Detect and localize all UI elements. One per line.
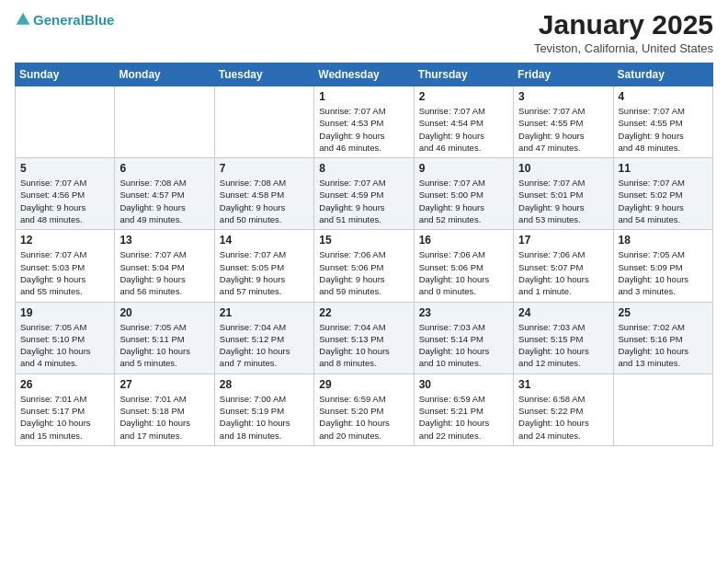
day-info: Sunrise: 7:07 AMSunset: 4:53 PMDaylight:… xyxy=(319,105,408,154)
day-number: 3 xyxy=(518,90,608,103)
day-info: Sunrise: 7:03 AMSunset: 5:14 PMDaylight:… xyxy=(419,321,508,370)
day-cell: 3Sunrise: 7:07 AMSunset: 4:55 PMDaylight… xyxy=(514,86,613,158)
weekday-header-friday: Friday xyxy=(514,63,613,86)
day-number: 8 xyxy=(319,162,408,175)
day-info: Sunrise: 7:07 AMSunset: 4:59 PMDaylight:… xyxy=(319,177,408,225)
day-cell: 15Sunrise: 7:06 AMSunset: 5:06 PMDayligh… xyxy=(314,230,414,302)
day-cell: 18Sunrise: 7:05 AMSunset: 5:09 PMDayligh… xyxy=(613,230,712,302)
day-number: 19 xyxy=(20,306,109,319)
day-number: 23 xyxy=(419,306,508,319)
day-cell: 10Sunrise: 7:07 AMSunset: 5:01 PMDayligh… xyxy=(514,158,613,230)
day-info: Sunrise: 7:05 AMSunset: 5:10 PMDaylight:… xyxy=(20,321,109,370)
week-row-5: 26Sunrise: 7:01 AMSunset: 5:17 PMDayligh… xyxy=(16,373,713,445)
day-number: 6 xyxy=(119,162,209,175)
day-info: Sunrise: 7:07 AMSunset: 4:55 PMDaylight:… xyxy=(518,105,608,154)
logo-text: GeneralBlue xyxy=(33,12,114,28)
day-number: 4 xyxy=(619,90,708,103)
day-cell: 11Sunrise: 7:07 AMSunset: 5:02 PMDayligh… xyxy=(613,158,712,230)
day-cell xyxy=(16,86,115,158)
day-number: 13 xyxy=(119,234,209,247)
day-info: Sunrise: 7:08 AMSunset: 4:57 PMDaylight:… xyxy=(119,177,209,225)
day-info: Sunrise: 7:01 AMSunset: 5:18 PMDaylight:… xyxy=(119,393,209,442)
day-cell xyxy=(214,86,313,158)
day-number: 29 xyxy=(319,378,408,391)
weekday-header-saturday: Saturday xyxy=(613,63,712,86)
day-number: 31 xyxy=(518,378,608,391)
day-cell: 29Sunrise: 6:59 AMSunset: 5:20 PMDayligh… xyxy=(314,373,414,445)
day-cell: 16Sunrise: 7:06 AMSunset: 5:06 PMDayligh… xyxy=(414,230,513,302)
day-number: 2 xyxy=(419,90,508,103)
day-cell: 20Sunrise: 7:05 AMSunset: 5:11 PMDayligh… xyxy=(115,302,214,373)
day-cell: 21Sunrise: 7:04 AMSunset: 5:12 PMDayligh… xyxy=(214,302,313,373)
day-cell: 1Sunrise: 7:07 AMSunset: 4:53 PMDaylight… xyxy=(314,86,414,158)
title-block: January 2025 Teviston, California, Unite… xyxy=(534,9,713,55)
day-cell: 28Sunrise: 7:00 AMSunset: 5:19 PMDayligh… xyxy=(214,373,313,445)
logo-icon xyxy=(15,11,31,28)
day-number: 21 xyxy=(220,306,309,319)
day-number: 5 xyxy=(20,162,109,175)
week-row-4: 19Sunrise: 7:05 AMSunset: 5:10 PMDayligh… xyxy=(16,302,713,373)
week-row-1: 1Sunrise: 7:07 AMSunset: 4:53 PMDaylight… xyxy=(16,86,713,158)
day-info: Sunrise: 7:07 AMSunset: 4:55 PMDaylight:… xyxy=(619,105,708,154)
calendar-title: January 2025 xyxy=(534,9,713,40)
day-info: Sunrise: 7:00 AMSunset: 5:19 PMDaylight:… xyxy=(220,393,309,442)
day-info: Sunrise: 7:04 AMSunset: 5:12 PMDaylight:… xyxy=(220,321,309,370)
day-info: Sunrise: 7:05 AMSunset: 5:11 PMDaylight:… xyxy=(119,321,209,370)
calendar-subtitle: Teviston, California, United States xyxy=(534,41,713,55)
day-info: Sunrise: 7:05 AMSunset: 5:09 PMDaylight:… xyxy=(619,248,708,297)
svg-marker-0 xyxy=(17,13,30,25)
day-info: Sunrise: 7:07 AMSunset: 5:04 PMDaylight:… xyxy=(119,248,209,297)
day-cell: 31Sunrise: 6:58 AMSunset: 5:22 PMDayligh… xyxy=(514,373,613,445)
logo-line1: General xyxy=(33,12,85,28)
day-number: 24 xyxy=(518,306,608,319)
day-cell: 12Sunrise: 7:07 AMSunset: 5:03 PMDayligh… xyxy=(16,230,115,302)
day-number: 27 xyxy=(119,378,209,391)
day-cell xyxy=(613,373,712,445)
day-info: Sunrise: 6:58 AMSunset: 5:22 PMDaylight:… xyxy=(518,393,608,442)
day-cell: 13Sunrise: 7:07 AMSunset: 5:04 PMDayligh… xyxy=(115,230,214,302)
page: GeneralBlue January 2025 Teviston, Calif… xyxy=(0,0,728,563)
logo-line2: Blue xyxy=(85,12,115,28)
weekday-header-wednesday: Wednesday xyxy=(314,63,414,86)
day-cell: 2Sunrise: 7:07 AMSunset: 4:54 PMDaylight… xyxy=(414,86,513,158)
day-cell xyxy=(115,86,214,158)
day-info: Sunrise: 7:07 AMSunset: 5:03 PMDaylight:… xyxy=(20,248,109,297)
day-info: Sunrise: 7:06 AMSunset: 5:06 PMDaylight:… xyxy=(319,248,408,297)
day-info: Sunrise: 6:59 AMSunset: 5:20 PMDaylight:… xyxy=(319,393,408,442)
day-cell: 6Sunrise: 7:08 AMSunset: 4:57 PMDaylight… xyxy=(115,158,214,230)
week-row-2: 5Sunrise: 7:07 AMSunset: 4:56 PMDaylight… xyxy=(16,158,713,230)
day-number: 16 xyxy=(419,234,508,247)
day-cell: 30Sunrise: 6:59 AMSunset: 5:21 PMDayligh… xyxy=(414,373,513,445)
day-info: Sunrise: 7:02 AMSunset: 5:16 PMDaylight:… xyxy=(619,321,708,370)
weekday-header-monday: Monday xyxy=(115,63,214,86)
header-row: SundayMondayTuesdayWednesdayThursdayFrid… xyxy=(16,63,713,86)
day-cell: 22Sunrise: 7:04 AMSunset: 5:13 PMDayligh… xyxy=(314,302,414,373)
day-info: Sunrise: 7:01 AMSunset: 5:17 PMDaylight:… xyxy=(20,393,109,442)
header: GeneralBlue January 2025 Teviston, Calif… xyxy=(15,9,713,55)
day-cell: 23Sunrise: 7:03 AMSunset: 5:14 PMDayligh… xyxy=(414,302,513,373)
day-cell: 24Sunrise: 7:03 AMSunset: 5:15 PMDayligh… xyxy=(514,302,613,373)
day-cell: 9Sunrise: 7:07 AMSunset: 5:00 PMDaylight… xyxy=(414,158,513,230)
day-info: Sunrise: 7:06 AMSunset: 5:07 PMDaylight:… xyxy=(518,248,608,297)
day-number: 26 xyxy=(20,378,109,391)
day-number: 14 xyxy=(220,234,309,247)
day-cell: 14Sunrise: 7:07 AMSunset: 5:05 PMDayligh… xyxy=(214,230,313,302)
day-cell: 26Sunrise: 7:01 AMSunset: 5:17 PMDayligh… xyxy=(16,373,115,445)
day-info: Sunrise: 7:06 AMSunset: 5:06 PMDaylight:… xyxy=(419,248,508,297)
weekday-header-tuesday: Tuesday xyxy=(214,63,313,86)
calendar-table: SundayMondayTuesdayWednesdayThursdayFrid… xyxy=(15,63,713,446)
day-number: 25 xyxy=(619,306,708,319)
day-cell: 17Sunrise: 7:06 AMSunset: 5:07 PMDayligh… xyxy=(514,230,613,302)
day-info: Sunrise: 7:03 AMSunset: 5:15 PMDaylight:… xyxy=(518,321,608,370)
day-number: 9 xyxy=(419,162,508,175)
weekday-header-sunday: Sunday xyxy=(16,63,115,86)
day-number: 7 xyxy=(220,162,309,175)
day-number: 22 xyxy=(319,306,408,319)
day-cell: 4Sunrise: 7:07 AMSunset: 4:55 PMDaylight… xyxy=(613,86,712,158)
day-info: Sunrise: 7:07 AMSunset: 4:56 PMDaylight:… xyxy=(20,177,109,225)
day-info: Sunrise: 7:07 AMSunset: 5:00 PMDaylight:… xyxy=(419,177,508,225)
day-number: 15 xyxy=(319,234,408,247)
day-cell: 19Sunrise: 7:05 AMSunset: 5:10 PMDayligh… xyxy=(16,302,115,373)
day-cell: 8Sunrise: 7:07 AMSunset: 4:59 PMDaylight… xyxy=(314,158,414,230)
day-number: 20 xyxy=(119,306,209,319)
